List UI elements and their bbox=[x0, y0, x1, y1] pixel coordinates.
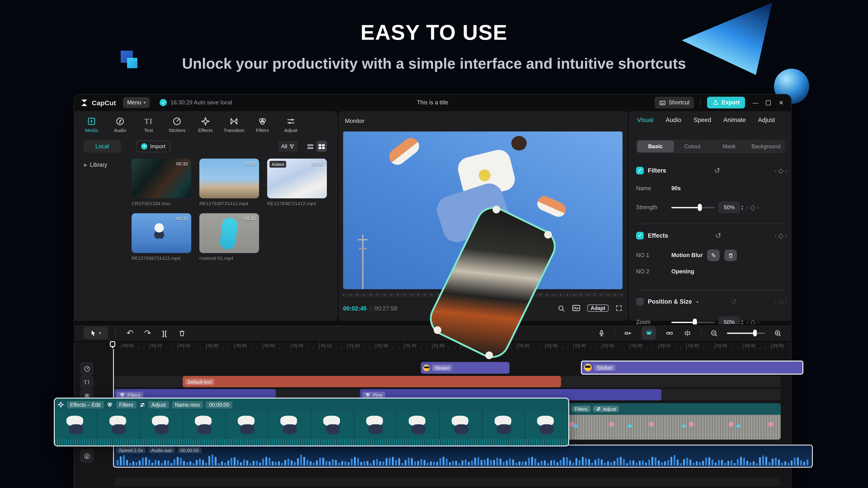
list-view-toggle[interactable] bbox=[305, 141, 315, 152]
media-item[interactable]: 00:32CRST001334.mov bbox=[131, 159, 191, 206]
nav-item-audio[interactable]: Audio bbox=[106, 113, 134, 136]
nav-item-filters[interactable]: Filters bbox=[248, 113, 277, 136]
properties-tab-visual[interactable]: Visual bbox=[637, 117, 653, 123]
minimize-button[interactable]: — bbox=[751, 99, 760, 106]
position-reset-icon[interactable]: ↺ bbox=[731, 297, 737, 306]
audio-track-icon[interactable] bbox=[80, 449, 94, 463]
edit-effect-button[interactable]: ✎ bbox=[707, 250, 720, 261]
properties-tab-speed[interactable]: Speed bbox=[693, 117, 711, 123]
import-button[interactable]: + Import bbox=[136, 140, 170, 152]
filter-name-row: Name 90s bbox=[636, 185, 787, 192]
text-track-icon[interactable]: TI bbox=[80, 376, 94, 389]
export-label: Export bbox=[722, 99, 740, 106]
delete-effect-button[interactable] bbox=[724, 250, 737, 261]
media-thumbnail[interactable]: 00:32 bbox=[199, 213, 259, 253]
timecode-divider: | bbox=[370, 305, 371, 311]
filter-all-button[interactable]: All bbox=[278, 141, 298, 152]
filters-checkbox[interactable]: ✓ bbox=[636, 167, 644, 174]
audio-name-badge: Audio.aac bbox=[148, 447, 175, 453]
timeline-zoom-slider[interactable] bbox=[727, 332, 765, 334]
zoom-preview-button[interactable] bbox=[558, 304, 565, 312]
preview-axis-button[interactable] bbox=[642, 326, 656, 340]
library-tab[interactable]: ▶ Library bbox=[84, 159, 122, 171]
media-thumbnail[interactable]: 00:32 bbox=[131, 159, 191, 198]
properties-tab-adjust[interactable]: Adjust bbox=[758, 117, 775, 123]
position-size-checkbox[interactable]: ✓ bbox=[636, 298, 644, 305]
fullscreen-button[interactable] bbox=[615, 304, 622, 312]
record-voiceover-button[interactable] bbox=[598, 329, 605, 337]
strength-value[interactable]: 50% bbox=[718, 201, 740, 213]
playhead-handle[interactable] bbox=[110, 341, 115, 347]
media-thumbnail[interactable]: Added00:32 bbox=[267, 159, 327, 198]
zoom-out-button[interactable] bbox=[710, 329, 718, 337]
ruler-label: 01:40 bbox=[404, 343, 416, 348]
timeline-ruler[interactable]: 00:0000:1000:2000:3000:4000:5001:0001:10… bbox=[114, 341, 791, 351]
subtab-mask[interactable]: Mask bbox=[711, 140, 747, 152]
effects-keyframe-nav[interactable]: ‹◇› bbox=[775, 232, 787, 240]
menu-button[interactable]: Menu▾ bbox=[123, 97, 150, 108]
strength-stepper[interactable]: ▴▾ bbox=[741, 204, 743, 210]
select-tool-button[interactable]: ▾ bbox=[84, 327, 108, 339]
sticker-clip-1[interactable]: Sticker bbox=[421, 362, 509, 374]
nav-item-transition[interactable]: Transition bbox=[220, 113, 248, 136]
shortcut-label: Shortcut bbox=[669, 99, 690, 106]
duration-badge: 00:32 bbox=[244, 161, 256, 166]
filters-keyframe-nav[interactable]: ‹◇› bbox=[775, 166, 787, 175]
adjust-badge[interactable]: Adjust bbox=[148, 401, 169, 408]
collapse-icon[interactable]: ▲ bbox=[695, 300, 699, 304]
undo-button[interactable]: ↶ bbox=[127, 328, 133, 338]
effects-edit-badge[interactable]: Effects – Edit bbox=[67, 401, 104, 408]
properties-tab-audio[interactable]: Audio bbox=[666, 117, 681, 123]
duration-badge: 00:32 bbox=[176, 161, 188, 166]
effects-reset-icon[interactable]: ↺ bbox=[715, 231, 721, 240]
redo-button[interactable]: ↷ bbox=[144, 328, 151, 338]
properties-tab-animate[interactable]: Animate bbox=[723, 117, 746, 123]
adapt-button[interactable]: Adapt bbox=[587, 304, 609, 312]
maximize-button[interactable] bbox=[766, 100, 771, 105]
subtab-background[interactable]: Background bbox=[747, 140, 784, 152]
media-thumbnail[interactable]: 00:32 bbox=[131, 213, 191, 253]
sticker-track-icon[interactable] bbox=[80, 362, 94, 376]
streetlight-decor bbox=[362, 234, 364, 289]
subtab-basic[interactable]: Basic bbox=[637, 140, 674, 152]
media-item[interactable]: 00:32RE127838721412.mp4 bbox=[199, 159, 259, 206]
filter-clip-label-wrap: Pine bbox=[362, 392, 385, 398]
ruler-label: 00:40 bbox=[234, 343, 247, 348]
strength-keyframe-nav[interactable]: ‹◇› bbox=[747, 203, 759, 212]
mirror-split-button[interactable] bbox=[683, 329, 692, 337]
split-button[interactable]: ][ bbox=[162, 329, 167, 337]
text-clip[interactable]: Default text bbox=[183, 376, 561, 387]
nav-item-media[interactable]: Media bbox=[77, 113, 106, 136]
media-item[interactable]: 00:32material 01.mp4 bbox=[199, 213, 259, 261]
media-item[interactable]: Added00:32RE127838721412.mp4 bbox=[267, 159, 327, 206]
nav-item-effects[interactable]: Effects bbox=[191, 113, 220, 136]
sticker-clip-2-selected[interactable]: Sticker bbox=[581, 361, 803, 375]
nav-item-text[interactable]: TIText bbox=[134, 113, 163, 136]
local-tab[interactable]: Local bbox=[83, 140, 121, 153]
audio-clip[interactable]: Speed 2.0x Audio.aac 00:00:00 bbox=[113, 445, 813, 468]
grid-view-toggle[interactable] bbox=[316, 141, 327, 152]
zoom-in-button[interactable] bbox=[774, 329, 782, 337]
subtab-cutout[interactable]: Cutout bbox=[674, 140, 711, 152]
snap-toggle-button[interactable] bbox=[624, 329, 632, 337]
delete-button[interactable] bbox=[178, 329, 186, 337]
position-keyframe-nav[interactable]: ‹◇› bbox=[775, 297, 787, 306]
media-item[interactable]: 00:32RE127838721412.mp4 bbox=[131, 213, 191, 261]
selected-video-clip[interactable]: Effects – Edit Filters Adjust Name.mov 0… bbox=[54, 398, 569, 447]
filters-badge: Filters bbox=[572, 406, 590, 412]
nav-item-stickers[interactable]: Stickers bbox=[163, 113, 191, 136]
effects-checkbox[interactable]: ✓ bbox=[636, 232, 644, 239]
close-button[interactable]: ✕ bbox=[777, 99, 785, 106]
link-clips-button[interactable] bbox=[665, 329, 674, 337]
filters-reset-icon[interactable]: ↺ bbox=[714, 166, 720, 175]
shortcut-button[interactable]: Shortcut bbox=[655, 97, 694, 108]
nav-item-adjust[interactable]: Adjust bbox=[277, 113, 305, 136]
clip-name-badge: Name.mov bbox=[172, 401, 203, 408]
filters-badge[interactable]: Filters bbox=[116, 401, 136, 408]
media-thumbnail[interactable]: 00:32 bbox=[199, 159, 259, 198]
strength-slider[interactable] bbox=[671, 207, 715, 208]
export-button[interactable]: Export bbox=[707, 97, 745, 108]
filmstrip-frame bbox=[354, 411, 397, 439]
zoom-slider[interactable] bbox=[671, 322, 715, 323]
scopes-button[interactable] bbox=[572, 304, 581, 312]
